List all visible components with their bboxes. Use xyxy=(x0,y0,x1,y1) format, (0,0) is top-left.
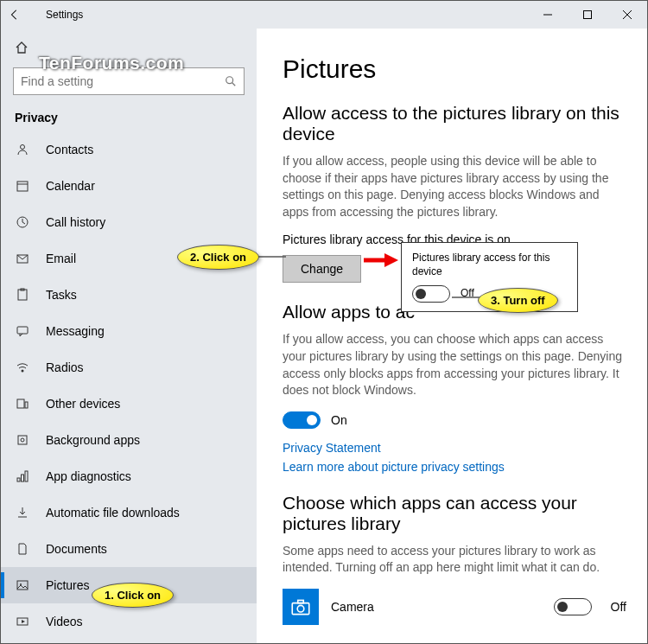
titlebar: Settings xyxy=(1,1,647,29)
maximize-button[interactable] xyxy=(568,1,607,29)
sidebar-item-calendar[interactable]: Calendar xyxy=(1,168,257,204)
videos-icon xyxy=(15,614,30,629)
tasks-icon xyxy=(15,287,30,303)
sidebar-item-backgroundapps[interactable]: Background apps xyxy=(1,422,257,458)
back-button[interactable] xyxy=(1,1,29,29)
messaging-icon xyxy=(15,323,30,339)
annotation-2: 2. Click on xyxy=(177,245,259,270)
sidebar-item-contacts[interactable]: Contacts xyxy=(1,131,257,168)
close-button[interactable] xyxy=(607,1,647,29)
svg-rect-20 xyxy=(22,475,24,481)
svg-rect-21 xyxy=(25,471,28,481)
sidebar-item-label: Automatic file downloads xyxy=(46,506,180,520)
main-content: Pictures Allow access to the pictures li… xyxy=(257,29,647,643)
svg-point-18 xyxy=(21,438,24,442)
sidebar-item-videos[interactable]: Videos xyxy=(1,603,257,640)
sidebar-item-label: Messaging xyxy=(46,324,105,338)
svg-rect-11 xyxy=(18,290,27,300)
svg-rect-15 xyxy=(17,399,24,408)
svg-rect-16 xyxy=(25,402,28,408)
sidebar-item-label: Call history xyxy=(46,215,105,229)
svg-rect-1 xyxy=(584,11,592,19)
sidebar-item-label: Background apps xyxy=(46,433,140,447)
svg-point-4 xyxy=(226,77,233,84)
diagnostics-icon xyxy=(15,469,30,484)
app-name: Camera xyxy=(331,600,542,614)
sidebar-item-filedownloads[interactable]: Automatic file downloads xyxy=(1,494,257,531)
section1-heading: Allow access to the pictures library on … xyxy=(283,103,626,144)
learn-more-link[interactable]: Learn more about picture privacy setting… xyxy=(283,460,626,474)
sidebar-item-label: Documents xyxy=(46,542,107,556)
search-input[interactable] xyxy=(21,74,215,88)
sidebar-section-label: Privacy xyxy=(1,104,257,131)
sidebar-item-radios[interactable]: Radios xyxy=(1,349,257,386)
contacts-icon xyxy=(15,142,30,157)
privacy-statement-link[interactable]: Privacy Statement xyxy=(283,441,626,455)
svg-line-5 xyxy=(232,83,236,86)
svg-point-26 xyxy=(297,605,304,612)
minimize-button[interactable] xyxy=(528,1,568,29)
sidebar-item-otherdevices[interactable]: Other devices xyxy=(1,386,257,422)
allow-apps-toggle[interactable] xyxy=(283,411,321,429)
email-icon xyxy=(15,251,30,266)
section1-desc: If you allow access, people using this d… xyxy=(283,153,626,220)
svg-rect-19 xyxy=(17,478,20,481)
svg-rect-7 xyxy=(17,182,28,191)
svg-rect-22 xyxy=(17,581,28,590)
annotation-3: 3. Turn off xyxy=(478,288,558,313)
sidebar-item-tasks[interactable]: Tasks xyxy=(1,277,257,313)
sidebar-item-label: Pictures xyxy=(46,578,90,592)
sidebar-item-label: App diagnostics xyxy=(46,469,131,483)
watermark: TenForums.com xyxy=(39,53,184,73)
annotation-3-pointer xyxy=(452,293,481,302)
sidebar-item-label: Email xyxy=(46,252,76,265)
popup-toggle[interactable] xyxy=(412,285,450,303)
camera-toggle-label: Off xyxy=(611,600,626,614)
sidebar-item-label: Radios xyxy=(46,360,84,374)
window-title: Settings xyxy=(29,9,528,21)
svg-marker-29 xyxy=(384,253,398,267)
sidebar-item-callhistory[interactable]: Call history xyxy=(1,204,257,240)
pictures-icon xyxy=(15,577,30,593)
camera-app-icon xyxy=(283,589,319,625)
popup-label: Pictures library access for this device xyxy=(412,252,567,278)
documents-icon xyxy=(15,541,30,557)
svg-rect-13 xyxy=(17,327,28,334)
svg-point-14 xyxy=(22,370,24,373)
search-icon xyxy=(225,75,237,87)
section3-desc: Some apps need to access your pictures l… xyxy=(283,543,626,577)
app-row-camera: Camera Off xyxy=(283,589,626,625)
sidebar-item-label: Other devices xyxy=(46,397,120,411)
download-icon xyxy=(15,505,30,520)
home-icon xyxy=(15,41,29,54)
devices-icon xyxy=(15,396,30,411)
sidebar-item-label: Calendar xyxy=(46,179,95,193)
sidebar: Privacy Contacts Calendar Call history E… xyxy=(1,29,257,643)
section3-heading: Choose which apps can access your pictur… xyxy=(283,493,626,534)
annotation-1: 1. Click on xyxy=(92,583,174,608)
sidebar-item-messaging[interactable]: Messaging xyxy=(1,313,257,349)
allow-apps-toggle-label: On xyxy=(331,413,347,427)
section2-desc: If you allow access, you can choose whic… xyxy=(283,331,626,399)
arrow-left-icon xyxy=(9,9,21,21)
backgroundapps-icon xyxy=(15,432,30,448)
sidebar-item-label: Contacts xyxy=(46,143,93,156)
svg-rect-17 xyxy=(18,436,27,444)
page-title: Pictures xyxy=(283,54,626,84)
svg-rect-27 xyxy=(298,600,304,603)
sidebar-item-appdiagnostics[interactable]: App diagnostics xyxy=(1,458,257,494)
sidebar-item-documents[interactable]: Documents xyxy=(1,531,257,567)
calendar-icon xyxy=(15,178,30,194)
radios-icon xyxy=(15,360,30,375)
callhistory-icon xyxy=(15,214,30,230)
svg-point-6 xyxy=(21,145,25,150)
camera-toggle[interactable] xyxy=(554,598,592,615)
change-button[interactable]: Change xyxy=(283,255,361,283)
sidebar-item-label: Tasks xyxy=(46,288,77,302)
sidebar-item-label: Videos xyxy=(46,615,83,628)
red-arrow-icon xyxy=(362,252,398,269)
